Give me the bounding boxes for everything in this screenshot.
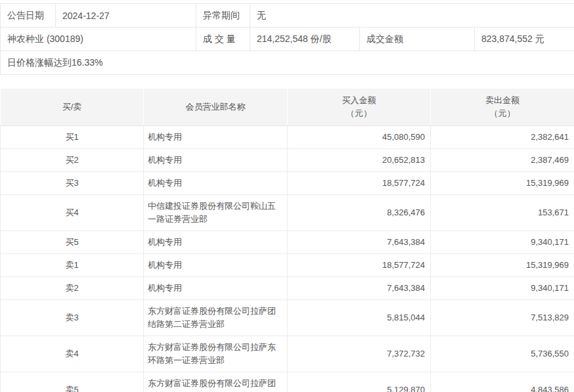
side-rank-label: 卖4 <box>1 336 144 372</box>
side-rank-label: 卖5 <box>1 372 144 392</box>
table-row: 卖1 机构专用 18,577,724 15,319,969 <box>1 254 574 277</box>
buy-amount-value: 5,129,870 <box>288 372 431 392</box>
table-row: 卖2 机构专用 7,643,384 9,340,171 <box>1 277 574 300</box>
col-header-buy-amount: 买入金额 （元） <box>288 89 431 126</box>
col-header-sell-amount-unit: （元） <box>431 107 573 120</box>
sell-amount-value: 2,382,641 <box>431 126 574 149</box>
buy-amount-value: 7,643,384 <box>288 231 431 254</box>
info-row-reason: 日价格涨幅达到16.33% <box>1 51 574 75</box>
turnover-value: 823,874,552 元 <box>475 28 574 51</box>
side-rank-label: 卖3 <box>1 300 144 336</box>
abnormal-period-label: 异常期间 <box>196 4 250 28</box>
abnormal-period-value: 无 <box>250 4 574 28</box>
buy-amount-value: 18,577,724 <box>288 254 431 277</box>
sell-amount-value: 9,340,171 <box>431 231 574 254</box>
side-rank-label: 买2 <box>1 149 144 172</box>
branch-name: 东方财富证券股份有限公司拉萨团结路第一证券营业部 <box>144 372 288 392</box>
buy-amount-value: 5,815,044 <box>288 300 431 336</box>
sell-amount-value: 9,340,171 <box>431 277 574 300</box>
branch-name: 机构专用 <box>144 277 288 300</box>
branch-name: 中信建投证券股份有限公司鞍山五一路证券营业部 <box>144 195 288 231</box>
buy-amount-value: 7,372,732 <box>288 336 431 372</box>
branch-name: 机构专用 <box>144 172 288 195</box>
branch-name: 机构专用 <box>144 149 288 172</box>
buy-amount-value: 7,643,384 <box>288 277 431 300</box>
sell-amount-value: 15,319,969 <box>431 172 574 195</box>
table-row: 买1 机构专用 45,080,590 2,382,641 <box>1 126 574 149</box>
sell-amount-value: 15,319,969 <box>431 254 574 277</box>
branch-name: 机构专用 <box>144 126 288 149</box>
sell-amount-value: 2,387,469 <box>431 149 574 172</box>
branch-name: 机构专用 <box>144 231 288 254</box>
col-header-side: 买/卖 <box>1 89 144 126</box>
buy-amount-value: 18,577,724 <box>288 172 431 195</box>
side-rank-label: 买4 <box>1 195 144 231</box>
side-rank-label: 买1 <box>1 126 144 149</box>
col-header-buy-amount-unit: （元） <box>288 107 430 120</box>
side-rank-label: 卖1 <box>1 254 144 277</box>
volume-label: 成 交 量 <box>196 28 250 51</box>
broker-seats-table: 买/卖 会员营业部名称 买入金额 （元） 卖出金额 （元） 买1 机构专用 45… <box>0 88 574 392</box>
stock-info-panel: 公告日期 2024-12-27 异常期间 无 神农种业 (300189) 成 交… <box>0 3 574 75</box>
table-row: 买4 中信建投证券股份有限公司鞍山五一路证券营业部 8,326,476 153,… <box>1 195 574 231</box>
side-rank-label: 卖2 <box>1 277 144 300</box>
col-header-buy-amount-title: 买入金额 <box>288 94 430 107</box>
col-header-sell-amount-title: 卖出金额 <box>431 94 573 107</box>
announce-date-value: 2024-12-27 <box>56 4 196 28</box>
info-row-announcement: 公告日期 2024-12-27 异常期间 无 <box>1 4 574 28</box>
buy-amount-value: 8,326,476 <box>288 195 431 231</box>
listing-reason: 日价格涨幅达到16.33% <box>1 51 574 75</box>
side-rank-label: 买5 <box>1 231 144 254</box>
table-row: 卖3 东方财富证券股份有限公司拉萨团结路第二证券营业部 5,815,044 7,… <box>1 300 574 336</box>
col-header-sell-amount: 卖出金额 （元） <box>431 89 574 126</box>
volume-value: 214,252,548 份/股 <box>250 28 360 51</box>
sell-amount-value: 7,513,829 <box>431 300 574 336</box>
table-row: 卖5 东方财富证券股份有限公司拉萨团结路第一证券营业部 5,129,870 4,… <box>1 372 574 392</box>
sell-amount-value: 4,843,586 <box>431 372 574 392</box>
table-row: 买5 机构专用 7,643,384 9,340,171 <box>1 231 574 254</box>
side-rank-label: 买3 <box>1 172 144 195</box>
branch-name: 机构专用 <box>144 254 288 277</box>
sell-amount-value: 5,736,550 <box>431 336 574 372</box>
stock-name: 神农种业 (300189) <box>1 28 196 51</box>
sell-amount-value: 153,671 <box>431 195 574 231</box>
table-row: 买3 机构专用 18,577,724 15,319,969 <box>1 172 574 195</box>
announce-date-label: 公告日期 <box>1 4 56 28</box>
col-header-branch: 会员营业部名称 <box>144 89 288 126</box>
turnover-label: 成交金额 <box>360 28 475 51</box>
buy-amount-value: 45,080,590 <box>288 126 431 149</box>
buy-amount-value: 20,652,813 <box>288 149 431 172</box>
table-header-row: 买/卖 会员营业部名称 买入金额 （元） 卖出金额 （元） <box>1 89 574 126</box>
branch-name: 东方财富证券股份有限公司拉萨团结路第二证券营业部 <box>144 300 288 336</box>
table-row: 买2 机构专用 20,652,813 2,387,469 <box>1 149 574 172</box>
branch-name: 东方财富证券股份有限公司拉萨东环路第一证券营业部 <box>144 336 288 372</box>
info-row-stock: 神农种业 (300189) 成 交 量 214,252,548 份/股 成交金额… <box>1 28 574 51</box>
table-row: 卖4 东方财富证券股份有限公司拉萨东环路第一证券营业部 7,372,732 5,… <box>1 336 574 372</box>
